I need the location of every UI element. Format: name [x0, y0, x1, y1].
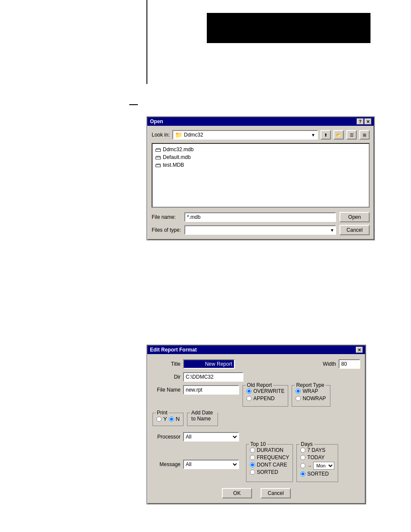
nowrap-option: NOWRAP [296, 395, 327, 401]
toolbar-btn-up[interactable]: ⬆ [321, 130, 331, 140]
edit-dialog-title: Edit Report Format [150, 347, 197, 353]
days-group: Days 7 DAYS TODAY → Mon Tue [296, 444, 338, 482]
ok-cancel-row: OK Cancel [153, 488, 360, 498]
print-n-label: N [176, 416, 180, 422]
print-label: Print [156, 410, 169, 416]
print-y-radio[interactable] [156, 417, 162, 422]
ok-btn[interactable]: OK [222, 488, 252, 498]
wrap-radio[interactable] [296, 389, 301, 394]
message-row: Message All Top 10 DURATION FREQUENCY [153, 444, 360, 485]
mon-arrow: → [307, 464, 311, 468]
filetype-select[interactable]: ▼ [184, 225, 336, 235]
append-label: APPEND [253, 395, 274, 401]
old-report-group: Old Report OVERWRITE APPEND [243, 385, 288, 407]
width-label: Width [323, 361, 336, 367]
horizontal-line [129, 104, 138, 105]
file-icon-3: 🗃 [155, 162, 161, 168]
width-input[interactable] [339, 359, 360, 369]
days-label: Days [299, 441, 314, 447]
edit-cancel-btn[interactable]: Cancel [261, 488, 291, 498]
list-icon: ☰ [350, 133, 354, 137]
dontcare-label: DONT CARE [257, 462, 287, 468]
toolbar-btn-detail[interactable]: ⊞ [359, 130, 370, 140]
lookin-dropdown-arrow[interactable]: ▼ [311, 133, 315, 137]
append-radio[interactable] [246, 396, 252, 401]
list-item[interactable]: 🗃 Default.mdb [154, 153, 367, 161]
wrap-label: WRAP [302, 388, 318, 394]
title-input[interactable] [183, 359, 235, 369]
filename-row: File Name [153, 385, 239, 395]
today-radio[interactable] [300, 455, 305, 460]
filetype-arrow: ▼ [330, 228, 334, 233]
overwrite-option: OVERWRITE [246, 388, 284, 394]
edit-report-dialog: Edit Report Format ✕ Title Width Dir Fil… [146, 345, 366, 504]
message-select[interactable]: All [183, 460, 239, 469]
overwrite-radio[interactable] [246, 389, 252, 394]
processor-label: Processor [153, 434, 181, 440]
filename-input[interactable] [184, 212, 336, 222]
sorted-option: SORTED [250, 469, 289, 475]
dontcare-option: DONT CARE [250, 462, 289, 468]
dir-input[interactable] [183, 372, 243, 382]
edit-dialog-close-btn[interactable]: ✕ [356, 347, 363, 353]
lookin-select[interactable]: 📁 Ddmc32 ▼ [172, 130, 318, 140]
sorted-top10-radio[interactable] [250, 470, 255, 475]
title-label: Title [153, 361, 181, 367]
edit-dialog-body: Title Width Dir File Name Old Report [147, 354, 365, 504]
dir-label: Dir [153, 374, 181, 380]
add-date-label: Add Date to Name [190, 410, 218, 422]
duration-radio[interactable] [250, 448, 255, 453]
list-item[interactable]: 🗃 test.MDB [154, 161, 367, 169]
open-dialog-titlebar: Open ? ✕ [147, 117, 374, 126]
open-btn[interactable]: Open [339, 212, 370, 222]
open-dialog-buttons: ? ✕ [357, 118, 371, 124]
frequency-label: FREQUENCY [257, 454, 289, 460]
file-icon-2: 🗃 [155, 154, 161, 161]
report-filename-input[interactable] [183, 385, 239, 395]
print-y-label: Y [163, 416, 167, 422]
sorted-days-option: SORTED [300, 471, 334, 477]
file-name-3: test.MDB [163, 162, 184, 168]
mon-radio[interactable] [300, 463, 305, 468]
nowrap-label: NOWRAP [302, 395, 326, 401]
file-name-2: Default.mdb [163, 154, 191, 160]
processor-select-container: All [183, 432, 239, 442]
add-date-group: Add Date to Name Y N [187, 413, 218, 426]
overwrite-label: OVERWRITE [253, 388, 284, 394]
open-dialog-help-btn[interactable]: ? [357, 118, 364, 124]
duration-option: DURATION [250, 447, 289, 453]
lookin-value: Ddmc32 [184, 132, 203, 138]
open-dialog-title: Open [150, 118, 163, 124]
duration-label: DURATION [257, 447, 283, 453]
sorted-days-radio[interactable] [300, 471, 305, 476]
list-item[interactable]: 🗃 Ddmc32.mdb [154, 146, 367, 153]
report-type-group: Report Type WRAP NOWRAP [292, 385, 330, 407]
message-label: Message [153, 461, 181, 467]
old-report-label: Old Report [246, 382, 273, 388]
print-group: Print Y N [153, 413, 184, 426]
top10-label: Top 10 [249, 441, 267, 447]
processor-select[interactable]: All [183, 432, 239, 442]
frequency-radio[interactable] [250, 455, 255, 460]
edit-dialog-titlebar: Edit Report Format ✕ [147, 345, 365, 354]
dir-row: Dir [153, 372, 360, 382]
new-folder-icon: 📂 [336, 133, 341, 137]
7days-radio[interactable] [300, 448, 305, 453]
detail-icon: ⊞ [363, 133, 366, 137]
open-dialog-close-btn[interactable]: ✕ [364, 118, 371, 124]
open-dialog: Open ? ✕ Look in: 📁 Ddmc32 ▼ ⬆ 📂 ☰ [146, 116, 375, 240]
today-option: TODAY [300, 454, 334, 460]
file-list[interactable]: 🗃 Ddmc32.mdb 🗃 Default.mdb 🗃 test.MDB [152, 143, 370, 208]
top-bar [207, 13, 371, 43]
dontcare-radio[interactable] [250, 462, 255, 467]
nowrap-radio[interactable] [296, 396, 301, 401]
file-icon-1: 🗃 [155, 146, 161, 153]
mon-select[interactable]: Mon Tue Wed Thu Fri Sat Sun [313, 462, 334, 470]
filename-label: File Name [153, 387, 181, 393]
cancel-btn[interactable]: Cancel [339, 225, 370, 235]
toolbar-btn-list[interactable]: ☰ [346, 130, 357, 140]
toolbar-btn-new[interactable]: 📂 [333, 130, 344, 140]
sorted-days-label: SORTED [307, 471, 329, 477]
top10-group: Top 10 DURATION FREQUENCY DONT CARE [246, 444, 293, 482]
print-n-radio[interactable] [169, 417, 174, 422]
